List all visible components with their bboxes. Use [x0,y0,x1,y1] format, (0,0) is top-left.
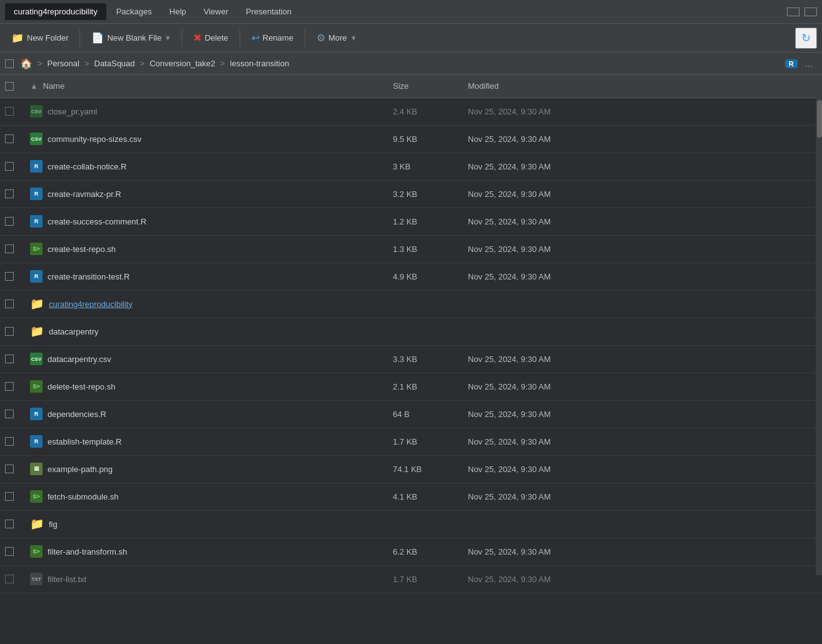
file-checkbox[interactable] [5,410,14,418]
file-checkbox[interactable] [5,189,14,198]
file-icon: S> [30,490,43,503]
file-checkbox[interactable] [5,575,14,583]
table-row[interactable]: Rdependencies.R64 BNov 25, 2024, 9:30 AM [0,400,822,428]
file-checkbox[interactable] [5,355,14,363]
maximize-button[interactable] [804,8,817,16]
file-icon: CSV [30,353,43,365]
more-button[interactable]: ⚙ More ▾ [310,30,362,46]
scrollbar-thumb[interactable] [817,100,822,138]
home-icon[interactable]: 🏠 [20,58,33,69]
menu-viewer[interactable]: Viewer [195,3,238,20]
file-checkbox[interactable] [5,547,14,556]
file-checkbox[interactable] [5,107,14,116]
file-modified [460,290,822,318]
menu-presentation[interactable]: Presentation [237,3,300,20]
window-controls [787,8,817,16]
file-name[interactable]: datacarpentry.csv [48,355,111,364]
file-checkbox[interactable] [5,134,14,143]
menu-help[interactable]: Help [161,3,195,20]
table-row[interactable]: 📁datacarpentry [0,318,822,345]
table-row[interactable]: S>fetch-submodule.sh4.1 KBNov 25, 2024, … [0,483,822,510]
file-name[interactable]: filter-and-transform.sh [48,547,127,556]
table-row[interactable]: TXTfilter-list.txt1.7 KBNov 25, 2024, 9:… [0,565,822,593]
file-name[interactable]: fig [49,520,58,529]
file-modified: Nov 25, 2024, 9:30 AM [460,180,822,208]
file-checkbox[interactable] [5,217,14,226]
file-size: 3 KB [385,153,460,180]
table-row[interactable]: Rcreate-success-comment.R1.2 KBNov 25, 2… [0,208,822,235]
file-name[interactable]: create-success-comment.R [48,217,146,226]
table-row[interactable]: Rcreate-transition-test.R4.9 KBNov 25, 2… [0,263,822,290]
file-modified: Nov 25, 2024, 9:30 AM [460,98,822,125]
file-table: ▲ Name Size Modified CSVclose_pr.yaml2.4… [0,75,822,593]
header-size-col[interactable]: Size [385,75,460,98]
file-name[interactable]: create-test-repo.sh [48,244,116,254]
scrollbar-track[interactable] [816,75,822,575]
file-checkbox[interactable] [5,244,14,253]
file-name[interactable]: establish-template.R [48,437,122,446]
file-checkbox[interactable] [5,299,14,308]
file-name[interactable]: create-transition-test.R [48,272,130,281]
file-name[interactable]: create-collab-notice.R [48,162,126,171]
file-checkbox[interactable] [5,492,14,501]
table-row[interactable]: S>create-test-repo.sh1.3 KBNov 25, 2024,… [0,235,822,263]
more-dropdown-arrow[interactable]: ▾ [352,33,356,43]
file-checkbox[interactable] [5,272,14,281]
breadcrumb-datasquad[interactable]: DataSquad [94,59,135,68]
breadcrumb-conversion-take2[interactable]: Conversion_take2 [150,59,215,68]
breadcrumb-select-all-checkbox[interactable] [5,59,14,68]
new-folder-button[interactable]: 📁 New Folder [5,30,74,46]
file-checkbox[interactable] [5,327,14,336]
table-row[interactable]: 📁fig [0,510,822,538]
file-checkbox[interactable] [5,162,14,171]
file-name[interactable]: example-path.png [48,465,113,474]
toolbar: 📁 New Folder 📄 New Blank File ▾ ✖ Delete… [0,24,822,53]
table-row[interactable]: 🖼example-path.png74.1 KBNov 25, 2024, 9:… [0,455,822,483]
table-row[interactable]: S>filter-and-transform.sh6.2 KBNov 25, 2… [0,538,822,565]
breadcrumb-sep-1: > [84,59,89,68]
table-row[interactable]: Rcreate-collab-notice.R3 KBNov 25, 2024,… [0,153,822,180]
file-size: 1.7 KB [385,428,460,455]
file-name[interactable]: datacarpentry [49,327,99,336]
file-checkbox[interactable] [5,465,14,473]
active-tab[interactable]: curating4reproducibility [5,3,106,20]
delete-button[interactable]: ✖ Delete [187,30,235,46]
r-badge: R [785,59,798,68]
file-name[interactable]: curating4reproducibility [49,299,133,309]
file-size [385,290,460,318]
refresh-button[interactable]: ↻ [795,28,817,49]
new-blank-file-dropdown-arrow[interactable]: ▾ [166,33,170,43]
file-name[interactable]: filter-list.txt [48,575,86,584]
breadcrumb-sep-2: > [140,59,145,68]
select-all-files-checkbox[interactable] [5,82,14,91]
minimize-button[interactable] [787,8,799,16]
file-name[interactable]: delete-test-repo.sh [48,382,115,391]
breadcrumb-sep-0: > [38,59,43,68]
file-checkbox[interactable] [5,520,14,528]
file-modified: Nov 25, 2024, 9:30 AM [460,153,822,180]
table-row[interactable]: S>delete-test-repo.sh2.1 KBNov 25, 2024,… [0,373,822,400]
new-blank-file-button[interactable]: 📄 New Blank File ▾ [85,30,176,46]
rename-icon: ↩ [251,33,260,43]
table-row[interactable]: Rcreate-ravmakz-pr.R3.2 KBNov 25, 2024, … [0,180,822,208]
file-checkbox[interactable] [5,437,14,446]
table-row[interactable]: CSVcommunity-repo-sizes.csv9.5 KBNov 25,… [0,125,822,153]
breadcrumb-more-button[interactable]: ... [801,57,817,71]
file-name[interactable]: create-ravmakz-pr.R [48,189,121,199]
breadcrumb-lesson-transition[interactable]: lesson-transition [230,59,290,68]
header-modified-col[interactable]: Modified [460,75,822,98]
file-name[interactable]: community-repo-sizes.csv [48,134,141,144]
file-size: 74.1 KB [385,455,460,483]
file-checkbox[interactable] [5,382,14,391]
file-name[interactable]: fetch-submodule.sh [48,492,118,501]
file-name[interactable]: dependencies.R [48,410,106,419]
breadcrumb-personal[interactable]: Personal [48,59,79,68]
file-name[interactable]: close_pr.yaml [48,107,97,116]
menu-packages[interactable]: Packages [108,3,161,20]
table-row[interactable]: Restablish-template.R1.7 KBNov 25, 2024,… [0,428,822,455]
rename-button[interactable]: ↩ Rename [245,30,300,46]
table-row[interactable]: CSVdatacarpentry.csv3.3 KBNov 25, 2024, … [0,345,822,373]
table-row[interactable]: 📁curating4reproducibility [0,290,822,318]
header-name-col[interactable]: ▲ Name [23,75,385,98]
table-row[interactable]: CSVclose_pr.yaml2.4 KBNov 25, 2024, 9:30… [0,98,822,125]
